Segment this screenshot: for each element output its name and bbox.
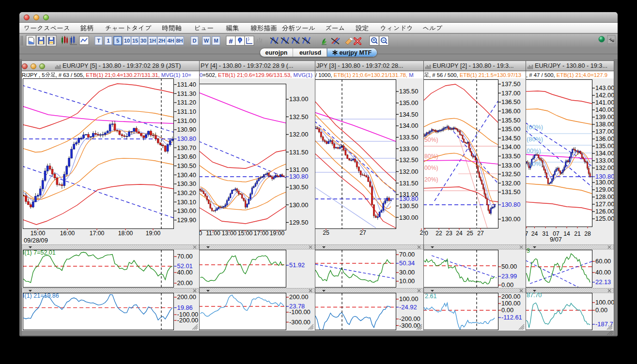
svg-text:128.00: 128.00 bbox=[595, 193, 614, 200]
svg-text:133.50: 133.50 bbox=[501, 152, 520, 160]
svg-text:10: 10 bbox=[124, 38, 130, 44]
svg-text:17:00: 17:00 bbox=[254, 230, 269, 237]
svg-text:133.00: 133.00 bbox=[399, 145, 418, 152]
svg-text:87.70: 87.70 bbox=[527, 292, 542, 299]
svg-text:27: 27 bbox=[477, 230, 484, 237]
svg-text:80%): 80%) bbox=[424, 153, 438, 160]
svg-text:70.00: 70.00 bbox=[177, 253, 193, 260]
svg-text:19:00: 19:00 bbox=[270, 230, 285, 237]
svg-text:0: 0 bbox=[200, 230, 202, 237]
svg-text:130.80: 130.80 bbox=[595, 173, 614, 180]
svg-text:T: T bbox=[97, 38, 100, 44]
svg-text:0.00: 0.00 bbox=[501, 281, 513, 288]
svg-text:130.00: 130.00 bbox=[177, 207, 196, 214]
svg-text:0.00: 0.00 bbox=[501, 306, 513, 314]
svg-text:30: 30 bbox=[140, 38, 146, 44]
svg-text:132.00: 132.00 bbox=[399, 168, 418, 175]
svg-text:132.50: 132.50 bbox=[399, 156, 418, 164]
svg-text:I(1) 7=52.01: I(1) 7=52.01 bbox=[23, 249, 56, 256]
svg-text:22.13: 22.13 bbox=[595, 278, 611, 286]
svg-text:W: W bbox=[204, 38, 209, 44]
svg-text:I(1) 21=19.86: I(1) 21=19.86 bbox=[23, 292, 59, 299]
svg-text:130.90: 130.90 bbox=[177, 126, 196, 133]
svg-text:19:00: 19:00 bbox=[146, 230, 161, 237]
svg-text:131.40: 131.40 bbox=[177, 81, 196, 88]
svg-text:#: # bbox=[229, 37, 233, 45]
svg-text:31: 31 bbox=[542, 230, 549, 237]
svg-text:131.20: 131.20 bbox=[177, 99, 196, 106]
svg-text:130.60: 130.60 bbox=[177, 153, 196, 160]
svg-text:130.50: 130.50 bbox=[177, 162, 196, 169]
svg-text:131.50: 131.50 bbox=[501, 188, 520, 196]
svg-text:130.50: 130.50 bbox=[399, 202, 418, 210]
svg-text:131.00: 131.00 bbox=[177, 117, 196, 124]
svg-text:100.00: 100.00 bbox=[501, 300, 520, 307]
svg-text:130.80: 130.80 bbox=[177, 135, 196, 142]
svg-text:129.00: 129.00 bbox=[595, 186, 614, 193]
svg-text:20%): 20%) bbox=[424, 176, 438, 183]
svg-text:28: 28 bbox=[584, 230, 591, 237]
svg-text:134.50: 134.50 bbox=[399, 111, 418, 118]
svg-text:143.00: 143.00 bbox=[595, 84, 614, 91]
svg-text:137.00: 137.00 bbox=[595, 128, 614, 135]
svg-text:136.00: 136.00 bbox=[595, 135, 614, 142]
svg-text:0.00: 0.00 bbox=[595, 306, 607, 314]
svg-text:125.00: 125.00 bbox=[595, 215, 614, 222]
svg-text:133.00: 133.00 bbox=[501, 162, 520, 169]
svg-text:132.50: 132.50 bbox=[501, 170, 520, 178]
svg-text:20: 20 bbox=[424, 230, 428, 237]
svg-text:130.80: 130.80 bbox=[289, 173, 308, 180]
svg-text:138.00: 138.00 bbox=[595, 121, 614, 128]
svg-text:134.00: 134.00 bbox=[399, 122, 418, 129]
svg-text:40.00: 40.00 bbox=[177, 269, 193, 276]
svg-text:130.30: 130.30 bbox=[177, 180, 196, 187]
svg-text:134.50: 134.50 bbox=[501, 135, 520, 142]
svg-text:15: 15 bbox=[132, 38, 138, 44]
svg-text:(60%): (60%) bbox=[527, 123, 543, 131]
svg-text:133.00: 133.00 bbox=[595, 157, 614, 164]
svg-text:24: 24 bbox=[456, 230, 463, 237]
svg-text:129.90: 129.90 bbox=[177, 216, 196, 224]
svg-text:135.00: 135.00 bbox=[595, 142, 614, 150]
svg-text:09/28/09: 09/28/09 bbox=[24, 237, 48, 244]
svg-text:2H: 2H bbox=[158, 38, 165, 44]
svg-text:70.00: 70.00 bbox=[399, 251, 415, 258]
svg-text:-100.00: -100.00 bbox=[289, 308, 311, 316]
svg-text:130.80: 130.80 bbox=[399, 195, 418, 202]
svg-text:131.10: 131.10 bbox=[177, 108, 196, 115]
svg-text:1: 1 bbox=[107, 38, 109, 44]
svg-text:27: 27 bbox=[359, 229, 366, 236]
svg-text:-300.00: -300.00 bbox=[289, 318, 311, 326]
svg-text:50%): 50%) bbox=[424, 136, 438, 143]
svg-text:40.00: 40.00 bbox=[595, 269, 611, 276]
svg-text:5: 5 bbox=[116, 38, 119, 44]
svg-text:130.20: 130.20 bbox=[177, 189, 196, 197]
svg-text:3: 3 bbox=[527, 247, 530, 254]
svg-text:130.00: 130.00 bbox=[501, 215, 520, 223]
svg-text:137.50: 137.50 bbox=[501, 80, 520, 88]
svg-text:132.50: 132.50 bbox=[289, 113, 308, 121]
svg-text:130.00: 130.00 bbox=[399, 214, 418, 221]
svg-text:10.00: 10.00 bbox=[399, 277, 415, 285]
svg-text:D: D bbox=[193, 38, 197, 44]
svg-text:(60%): (60%) bbox=[527, 160, 543, 167]
svg-text:130.00: 130.00 bbox=[289, 201, 308, 209]
svg-text:15:00: 15:00 bbox=[238, 230, 253, 237]
svg-text:25: 25 bbox=[323, 229, 329, 236]
svg-text:130.80: 130.80 bbox=[501, 201, 520, 208]
svg-text:135.50: 135.50 bbox=[501, 117, 520, 124]
svg-text:2: 2 bbox=[420, 229, 423, 236]
svg-text:132.00: 132.00 bbox=[289, 131, 308, 138]
svg-text:134.00: 134.00 bbox=[595, 150, 614, 157]
svg-text:133.50: 133.50 bbox=[399, 134, 418, 141]
svg-text:11:00: 11:00 bbox=[206, 230, 220, 237]
svg-text:23.99: 23.99 bbox=[501, 273, 517, 280]
svg-text:30.00: 30.00 bbox=[399, 269, 415, 276]
svg-text:00%): 00%) bbox=[424, 165, 438, 171]
svg-text:131.30: 131.30 bbox=[177, 90, 196, 97]
svg-text:4H: 4H bbox=[167, 38, 174, 44]
svg-text:50.00: 50.00 bbox=[501, 263, 517, 270]
svg-text:132.00: 132.00 bbox=[595, 164, 614, 171]
svg-text:2.61: 2.61 bbox=[425, 293, 436, 300]
svg-text:137.00: 137.00 bbox=[501, 90, 520, 97]
